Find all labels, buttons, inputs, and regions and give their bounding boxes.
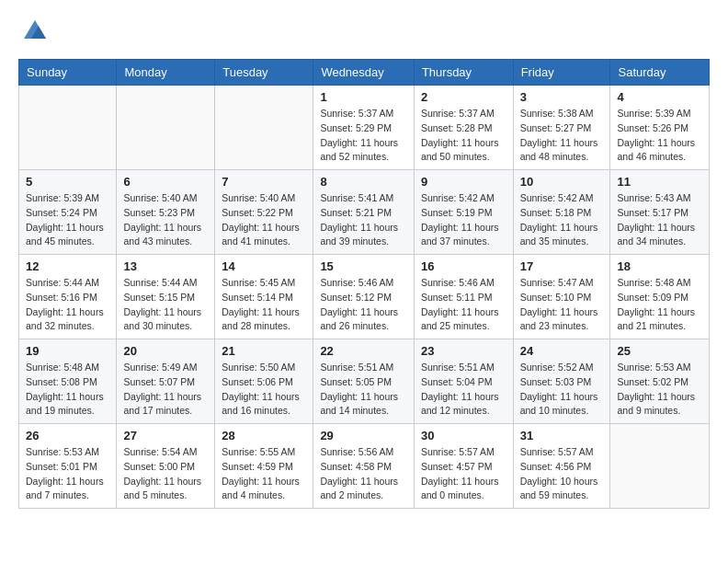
calendar-cell: 3Sunrise: 5:38 AM Sunset: 5:27 PM Daylig… (513, 86, 610, 170)
day-info: Sunrise: 5:46 AM Sunset: 5:12 PM Dayligh… (320, 276, 407, 334)
day-info: Sunrise: 5:53 AM Sunset: 5:01 PM Dayligh… (26, 445, 109, 503)
calendar-header-sunday: Sunday (19, 60, 117, 86)
calendar-cell: 27Sunrise: 5:54 AM Sunset: 5:00 PM Dayli… (117, 424, 215, 509)
calendar-cell: 25Sunrise: 5:53 AM Sunset: 5:02 PM Dayli… (610, 339, 710, 424)
day-number: 21 (222, 344, 306, 358)
day-number: 7 (222, 175, 306, 189)
calendar-cell: 24Sunrise: 5:52 AM Sunset: 5:03 PM Dayli… (513, 339, 610, 424)
logo (18, 18, 48, 44)
calendar-cell: 8Sunrise: 5:41 AM Sunset: 5:21 PM Daylig… (313, 170, 415, 255)
calendar-cell: 12Sunrise: 5:44 AM Sunset: 5:16 PM Dayli… (19, 255, 117, 339)
calendar-cell: 21Sunrise: 5:50 AM Sunset: 5:06 PM Dayli… (215, 339, 313, 424)
day-number: 9 (421, 175, 506, 189)
calendar-cell (215, 86, 313, 170)
calendar-cell: 5Sunrise: 5:39 AM Sunset: 5:24 PM Daylig… (19, 170, 117, 255)
day-info: Sunrise: 5:37 AM Sunset: 5:29 PM Dayligh… (320, 107, 407, 165)
day-number: 10 (520, 175, 604, 189)
day-info: Sunrise: 5:39 AM Sunset: 5:24 PM Dayligh… (26, 191, 109, 249)
day-info: Sunrise: 5:51 AM Sunset: 5:05 PM Dayligh… (320, 361, 407, 419)
day-number: 26 (26, 429, 109, 442)
calendar-cell: 18Sunrise: 5:48 AM Sunset: 5:09 PM Dayli… (610, 255, 710, 339)
calendar-cell: 29Sunrise: 5:56 AM Sunset: 4:58 PM Dayli… (313, 424, 415, 509)
calendar-cell (19, 86, 117, 170)
day-info: Sunrise: 5:42 AM Sunset: 5:19 PM Dayligh… (421, 191, 506, 249)
calendar-cell: 1Sunrise: 5:37 AM Sunset: 5:29 PM Daylig… (313, 86, 415, 170)
day-info: Sunrise: 5:56 AM Sunset: 4:58 PM Dayligh… (320, 445, 407, 503)
calendar-cell: 26Sunrise: 5:53 AM Sunset: 5:01 PM Dayli… (19, 424, 117, 509)
day-info: Sunrise: 5:48 AM Sunset: 5:09 PM Dayligh… (617, 276, 702, 334)
day-info: Sunrise: 5:52 AM Sunset: 5:03 PM Dayligh… (520, 361, 604, 419)
day-info: Sunrise: 5:54 AM Sunset: 5:00 PM Dayligh… (123, 445, 208, 503)
day-info: Sunrise: 5:48 AM Sunset: 5:08 PM Dayligh… (26, 361, 109, 419)
day-info: Sunrise: 5:53 AM Sunset: 5:02 PM Dayligh… (617, 361, 702, 419)
calendar-week-row: 12Sunrise: 5:44 AM Sunset: 5:16 PM Dayli… (19, 255, 710, 339)
day-number: 1 (320, 90, 407, 104)
day-info: Sunrise: 5:46 AM Sunset: 5:11 PM Dayligh… (421, 276, 506, 334)
day-info: Sunrise: 5:40 AM Sunset: 5:23 PM Dayligh… (123, 191, 208, 249)
calendar-header-saturday: Saturday (610, 60, 710, 86)
calendar-week-row: 26Sunrise: 5:53 AM Sunset: 5:01 PM Dayli… (19, 424, 710, 509)
day-info: Sunrise: 5:37 AM Sunset: 5:28 PM Dayligh… (421, 107, 506, 165)
day-number: 23 (421, 344, 506, 358)
day-number: 28 (222, 429, 306, 442)
calendar-header-tuesday: Tuesday (215, 60, 313, 86)
day-info: Sunrise: 5:57 AM Sunset: 4:57 PM Dayligh… (421, 445, 506, 503)
day-info: Sunrise: 5:40 AM Sunset: 5:22 PM Dayligh… (222, 191, 306, 249)
calendar-header-monday: Monday (117, 60, 215, 86)
day-number: 19 (26, 344, 109, 358)
day-number: 16 (421, 259, 506, 273)
day-number: 24 (520, 344, 604, 358)
day-number: 25 (617, 344, 702, 358)
calendar-cell: 10Sunrise: 5:42 AM Sunset: 5:18 PM Dayli… (513, 170, 610, 255)
calendar-cell: 9Sunrise: 5:42 AM Sunset: 5:19 PM Daylig… (414, 170, 513, 255)
calendar-cell: 30Sunrise: 5:57 AM Sunset: 4:57 PM Dayli… (414, 424, 513, 509)
calendar-cell: 20Sunrise: 5:49 AM Sunset: 5:07 PM Dayli… (117, 339, 215, 424)
day-info: Sunrise: 5:38 AM Sunset: 5:27 PM Dayligh… (520, 107, 604, 165)
logo-icon (22, 18, 48, 44)
calendar-cell (610, 424, 710, 509)
calendar-cell: 13Sunrise: 5:44 AM Sunset: 5:15 PM Dayli… (117, 255, 215, 339)
calendar-cell: 19Sunrise: 5:48 AM Sunset: 5:08 PM Dayli… (19, 339, 117, 424)
calendar-cell: 7Sunrise: 5:40 AM Sunset: 5:22 PM Daylig… (215, 170, 313, 255)
day-number: 15 (320, 259, 407, 273)
calendar-cell: 28Sunrise: 5:55 AM Sunset: 4:59 PM Dayli… (215, 424, 313, 509)
day-number: 12 (26, 259, 109, 273)
day-number: 20 (123, 344, 208, 358)
calendar-header-wednesday: Wednesday (313, 60, 415, 86)
day-info: Sunrise: 5:43 AM Sunset: 5:17 PM Dayligh… (617, 191, 702, 249)
day-number: 17 (520, 259, 604, 273)
day-number: 18 (617, 259, 702, 273)
calendar-cell: 22Sunrise: 5:51 AM Sunset: 5:05 PM Dayli… (313, 339, 415, 424)
day-number: 3 (520, 90, 604, 104)
calendar-header-thursday: Thursday (414, 60, 513, 86)
calendar-header-row: SundayMondayTuesdayWednesdayThursdayFrid… (19, 60, 710, 86)
day-number: 13 (123, 259, 208, 273)
calendar-cell: 23Sunrise: 5:51 AM Sunset: 5:04 PM Dayli… (414, 339, 513, 424)
calendar-header-friday: Friday (513, 60, 610, 86)
day-number: 29 (320, 429, 407, 442)
day-number: 14 (222, 259, 306, 273)
day-info: Sunrise: 5:49 AM Sunset: 5:07 PM Dayligh… (123, 361, 208, 419)
day-info: Sunrise: 5:50 AM Sunset: 5:06 PM Dayligh… (222, 361, 306, 419)
day-info: Sunrise: 5:55 AM Sunset: 4:59 PM Dayligh… (222, 445, 306, 503)
day-number: 6 (123, 175, 208, 189)
day-number: 5 (26, 175, 109, 189)
day-number: 8 (320, 175, 407, 189)
day-info: Sunrise: 5:42 AM Sunset: 5:18 PM Dayligh… (520, 191, 604, 249)
day-number: 31 (520, 429, 604, 442)
calendar-cell: 15Sunrise: 5:46 AM Sunset: 5:12 PM Dayli… (313, 255, 415, 339)
day-number: 27 (123, 429, 208, 442)
day-info: Sunrise: 5:57 AM Sunset: 4:56 PM Dayligh… (520, 445, 604, 503)
day-info: Sunrise: 5:44 AM Sunset: 5:16 PM Dayligh… (26, 276, 109, 334)
calendar-cell: 6Sunrise: 5:40 AM Sunset: 5:23 PM Daylig… (117, 170, 215, 255)
calendar-cell (117, 86, 215, 170)
calendar-cell: 16Sunrise: 5:46 AM Sunset: 5:11 PM Dayli… (414, 255, 513, 339)
day-number: 22 (320, 344, 407, 358)
calendar-cell: 4Sunrise: 5:39 AM Sunset: 5:26 PM Daylig… (610, 86, 710, 170)
calendar-week-row: 1Sunrise: 5:37 AM Sunset: 5:29 PM Daylig… (19, 86, 710, 170)
calendar-table: SundayMondayTuesdayWednesdayThursdayFrid… (18, 59, 710, 509)
calendar-cell: 14Sunrise: 5:45 AM Sunset: 5:14 PM Dayli… (215, 255, 313, 339)
calendar-cell: 11Sunrise: 5:43 AM Sunset: 5:17 PM Dayli… (610, 170, 710, 255)
day-info: Sunrise: 5:51 AM Sunset: 5:04 PM Dayligh… (421, 361, 506, 419)
day-info: Sunrise: 5:41 AM Sunset: 5:21 PM Dayligh… (320, 191, 407, 249)
